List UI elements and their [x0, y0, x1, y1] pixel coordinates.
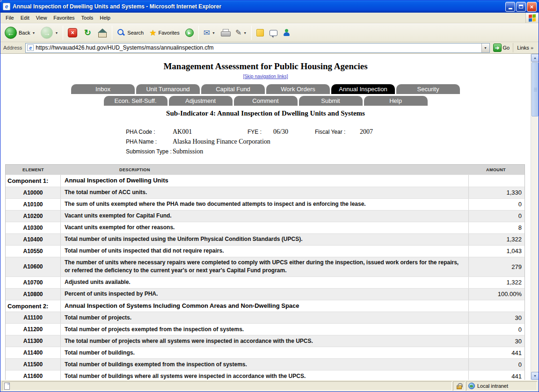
favorites-label: Favorites — [158, 30, 179, 36]
links-button[interactable]: Links » — [513, 43, 537, 52]
skip-navigation: [Skip navigation links] — [0, 74, 531, 79]
tab-work-orders[interactable]: Work Orders — [266, 84, 330, 94]
pha-code-value: AK001 — [173, 128, 248, 136]
edit-button[interactable]: ✎ ▼ — [233, 25, 249, 41]
table-row-a11500: A11500Total number of buildings exempted… — [6, 358, 524, 370]
table-row-a10000: A10000The total number of ACC units.1,33… — [6, 187, 524, 198]
element-cell: A11200 — [6, 324, 61, 335]
tab-comment[interactable]: Comment — [234, 96, 298, 106]
media-button[interactable]: ▶ — [183, 25, 196, 41]
edit-dropdown-icon[interactable]: ▼ — [243, 31, 247, 35]
element-cell: A11600 — [6, 370, 61, 380]
description-cell: The total number of projects where all s… — [61, 335, 468, 347]
back-button[interactable]: ← Back ▼ — [2, 25, 37, 41]
menu-item-favorites[interactable]: Favorites — [50, 14, 78, 22]
forward-button[interactable]: → ▼ — [38, 25, 60, 41]
menu-item-edit[interactable]: Edit — [17, 14, 33, 22]
amount-cell: 0 — [468, 199, 524, 210]
close-button[interactable]: × — [527, 2, 537, 12]
minimize-button[interactable] — [505, 2, 515, 12]
stop-button[interactable]: × — [66, 25, 80, 41]
amount-cell: 100.00% — [468, 289, 524, 300]
close-icon: × — [530, 4, 534, 10]
amount-cell: 0 — [468, 359, 524, 370]
toolbar-separator — [63, 26, 63, 40]
messenger-button[interactable] — [281, 25, 293, 41]
tab-inbox[interactable]: Inbox — [71, 84, 135, 94]
tab-help[interactable]: Help — [364, 96, 428, 106]
scroll-down-button[interactable]: ▼ — [531, 372, 539, 380]
tab-econ-self-suff[interactable]: Econ. Self-Suff. — [104, 96, 168, 106]
address-label: Address — [2, 45, 25, 51]
fiscal-year-value: 2007 — [360, 128, 373, 136]
amount-cell: 441 — [468, 347, 524, 358]
scroll-up-button[interactable]: ▲ — [531, 54, 539, 62]
mail-button[interactable]: ✉ ▼ — [201, 25, 218, 41]
menu-item-view[interactable]: View — [33, 14, 51, 22]
tab-submit[interactable]: Submit — [299, 96, 363, 106]
description-cell: Vacant units exempted for other reasons. — [61, 222, 468, 233]
back-icon: ← — [5, 27, 17, 39]
table-row-a10800: A10800Percent of units inspected by PHA.… — [6, 288, 524, 300]
element-cell: A10600 — [6, 257, 61, 276]
tab-capital-fund[interactable]: Capital Fund — [201, 84, 265, 94]
menu-item-help[interactable]: Help — [96, 14, 114, 22]
table-row-a10400: A10400Total number of units inspected us… — [6, 233, 524, 245]
description-cell: Total number of units inspected using th… — [61, 234, 468, 245]
links-chevron-icon: » — [531, 45, 533, 51]
links-label: Links — [517, 45, 529, 51]
table-row-a11600: A11600Total number of buildings where al… — [6, 370, 524, 380]
tab-security[interactable]: Security — [396, 84, 460, 94]
print-button[interactable] — [219, 25, 232, 41]
amount-cell: 1,322 — [468, 234, 524, 245]
journal-button[interactable] — [254, 25, 266, 41]
favorites-button[interactable]: ★ Favorites — [147, 25, 182, 41]
tab-adjustment[interactable]: Adjustment — [169, 96, 233, 106]
skip-navigation-link[interactable]: [Skip navigation links] — [243, 74, 288, 79]
toolbar-separator — [112, 26, 112, 40]
maximize-button[interactable] — [516, 2, 526, 12]
address-input[interactable]: e https://hwvauad426.hud.gov/HUD_Systems… — [25, 43, 489, 53]
address-dropdown-button[interactable]: ▼ — [481, 44, 489, 52]
go-button[interactable]: ➔ Go — [490, 44, 513, 52]
forward-dropdown-icon[interactable]: ▼ — [55, 31, 58, 35]
fiscal-year-label: Fiscal Year : — [315, 129, 360, 135]
table-row-a11400: A11400Total number of buildings.441 — [6, 347, 524, 358]
table-row-a10200: A10200Vacant units exempted for Capital … — [6, 210, 524, 222]
pha-code-label: PHA Code : — [126, 129, 173, 135]
amount-header: AMOUNT — [468, 167, 524, 172]
menu-item-file[interactable]: File — [2, 14, 17, 22]
back-dropdown-icon[interactable]: ▼ — [32, 31, 35, 35]
element-cell: A11100 — [6, 312, 61, 323]
toolbar-separator — [251, 26, 252, 40]
mail-dropdown-icon[interactable]: ▼ — [212, 31, 215, 35]
media-icon: ▶ — [185, 29, 194, 37]
amount-cell: 30 — [468, 335, 524, 347]
menu-item-tools[interactable]: Tools — [78, 14, 97, 22]
inspection-table-body: Component 1:Annual Inspection of Dwellin… — [6, 174, 524, 380]
refresh-button[interactable]: ↻ — [80, 25, 95, 41]
description-cell: Annual Inspection of Systems Including C… — [61, 300, 468, 312]
amount-cell — [468, 175, 524, 187]
discuss-icon — [270, 30, 277, 36]
address-bar: Address e https://hwvauad426.hud.gov/HUD… — [0, 42, 539, 54]
search-button[interactable]: Search — [115, 25, 146, 41]
back-label: Back — [19, 30, 30, 36]
home-button[interactable] — [95, 25, 109, 41]
table-row-a10700: A10700Adjusted units available.1,322 — [6, 276, 524, 288]
submission-type-label: Submission Type : — [126, 148, 173, 155]
tab-unit-turnaround[interactable]: Unit Turnaround — [136, 84, 200, 94]
tabs-row-1: InboxUnit TurnaroundCapital FundWork Ord… — [0, 84, 531, 94]
url-page-icon: e — [27, 44, 34, 51]
tab-annual-inspection[interactable]: Annual Inspection — [331, 84, 395, 94]
vertical-scrollbar[interactable]: ▲ ▼ — [531, 54, 539, 380]
fye-label: FYE : — [248, 129, 273, 135]
windows-logo-icon — [529, 14, 536, 22]
table-row-a10300: A10300Vacant units exempted for other re… — [6, 222, 524, 233]
element-cell: A10550 — [6, 246, 61, 257]
pha-info-row: Submission Type : Submission — [126, 148, 531, 158]
scrollbar-thumb[interactable] — [532, 62, 539, 116]
discuss-button[interactable] — [267, 25, 280, 41]
description-cell: The sum of units exempted where the PHA … — [61, 199, 468, 210]
pha-info-row: PHA Name : Alaska Housing Finance Corpor… — [126, 138, 531, 148]
